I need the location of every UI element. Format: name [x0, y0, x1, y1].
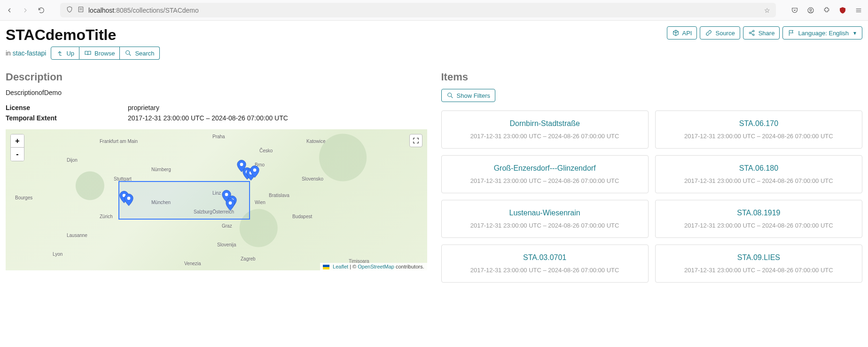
menu-icon[interactable] [854, 6, 863, 15]
item-dates: 2017-12-31 23:00:00 UTC – 2024-08-26 07:… [447, 222, 642, 229]
zoom-out-button[interactable]: - [11, 148, 24, 161]
item-title: STA.06.170 [661, 119, 856, 128]
fullscreen-button[interactable] [409, 134, 422, 147]
item-card[interactable]: STA.03.07012017-12-31 23:00:00 UTC – 202… [441, 244, 649, 283]
item-card[interactable]: Groß-Enzersdorf---Glinzendorf2017-12-31 … [441, 155, 649, 193]
map-city-label: Frankfurt am Main [100, 139, 138, 144]
chevron-down-icon: ▼ [852, 31, 857, 36]
item-title: Groß-Enzersdorf---Glinzendorf [447, 164, 642, 173]
item-card[interactable]: STA.08.19192017-12-31 23:00:00 UTC – 202… [655, 200, 862, 238]
map-city-label: Zagreb [241, 256, 256, 261]
search-button[interactable]: Search [120, 47, 159, 60]
items-heading: Items [441, 71, 863, 83]
map-attribution: Leaflet | © OpenStreetMap contributors. [320, 263, 427, 270]
search-icon [446, 92, 454, 99]
extensions-icon[interactable] [822, 6, 831, 15]
item-card[interactable]: Lustenau-Wiesenrain2017-12-31 23:00:00 U… [441, 200, 649, 238]
map-marker[interactable] [124, 193, 133, 206]
share-button[interactable]: Share [743, 26, 780, 39]
item-title: Lustenau-Wiesenrain [447, 209, 642, 217]
svg-rect-0 [78, 7, 83, 12]
book-icon [84, 49, 92, 57]
map-city-label: Bourges [15, 195, 32, 200]
url-path: /collections/STACdemo [131, 7, 198, 14]
show-filters-label: Show Filters [457, 92, 491, 99]
license-label: License [6, 104, 128, 111]
license-value: proprietary [128, 104, 427, 111]
ukraine-flag-icon [323, 265, 329, 269]
share-icon [748, 29, 756, 37]
item-card[interactable]: STA.06.1702017-12-31 23:00:00 UTC – 2024… [655, 110, 862, 149]
item-title: Dornbirn-Stadtstraße [447, 119, 642, 128]
forward-icon[interactable] [21, 6, 30, 15]
source-button[interactable]: Source [700, 26, 740, 39]
bookmark-star-icon[interactable]: ☆ [764, 7, 770, 14]
link-icon [705, 29, 712, 37]
svg-point-15 [127, 197, 131, 200]
item-card[interactable]: STA.06.1802017-12-31 23:00:00 UTC – 2024… [655, 155, 862, 193]
account-icon[interactable] [806, 6, 815, 15]
map-city-label: Zürich [100, 214, 113, 219]
map-city-label: Venezia [184, 261, 201, 266]
api-button[interactable]: API [667, 26, 697, 39]
back-icon[interactable] [5, 6, 14, 15]
item-dates: 2017-12-31 23:00:00 UTC – 2024-08-26 07:… [447, 267, 642, 274]
browser-toolbar: localhost:8085/collections/STACdemo ☆ [0, 0, 868, 21]
map-city-label: Katowice [306, 139, 326, 144]
page-icon [77, 6, 85, 15]
browse-label: Browse [94, 50, 115, 57]
item-card[interactable]: STA.09.LIES2017-12-31 23:00:00 UTC – 202… [655, 244, 862, 283]
up-icon [56, 49, 63, 57]
map-city-label: Dijon [67, 158, 78, 163]
item-dates: 2017-12-31 23:00:00 UTC – 2024-08-26 07:… [661, 133, 856, 140]
osm-link[interactable]: OpenStreetMap [358, 264, 394, 269]
map-city-label: Nürnberg [151, 167, 171, 172]
pocket-icon[interactable] [790, 6, 799, 15]
description-text: DescriptionofDemo [6, 89, 427, 96]
item-dates: 2017-12-31 23:00:00 UTC – 2024-08-26 07:… [447, 133, 642, 140]
reload-icon[interactable] [37, 6, 46, 15]
svg-point-10 [253, 168, 257, 172]
show-filters-button[interactable]: Show Filters [441, 89, 496, 102]
temporal-label: Temporal Extent [6, 114, 128, 122]
ublock-icon[interactable] [838, 6, 847, 15]
map-city-label: Slovensko [302, 176, 323, 181]
map-city-label: Česko [259, 148, 273, 153]
fullscreen-icon [412, 137, 420, 144]
item-card[interactable]: Dornbirn-Stadtstraße2017-12-31 23:00:00 … [441, 110, 649, 149]
search-label: Search [135, 50, 154, 57]
svg-point-2 [810, 8, 812, 10]
map-city-label: Praha [212, 134, 225, 139]
leaflet-link[interactable]: Leaflet [333, 264, 348, 269]
map-city-label: Budapest [292, 214, 312, 219]
map-city-label: Wien [255, 200, 266, 205]
item-title: STA.09.LIES [661, 253, 856, 262]
svg-point-13 [229, 201, 232, 205]
language-button[interactable]: Language: English ▼ [782, 26, 862, 39]
url-port: :8085 [114, 7, 131, 14]
map-marker[interactable] [250, 165, 259, 178]
temporal-value: 2017-12-31 23:00:00 UTC – 2024-08-26 07:… [128, 114, 427, 122]
item-title: STA.03.0701 [447, 253, 642, 262]
map-city-label: Graz [222, 223, 232, 229]
svg-point-7 [240, 163, 243, 166]
language-label: Language: English [798, 30, 849, 37]
cube-icon [672, 29, 680, 37]
item-dates: 2017-12-31 23:00:00 UTC – 2024-08-26 07:… [447, 177, 642, 184]
description-heading: Description [6, 71, 427, 83]
zoom-in-button[interactable]: + [11, 134, 24, 148]
browse-button[interactable]: Browse [79, 47, 120, 60]
source-label: Source [715, 30, 735, 37]
svg-point-3 [126, 51, 130, 55]
parent-prefix: in [6, 49, 13, 57]
map-city-label: Lyon [53, 252, 63, 257]
item-title: STA.08.1919 [661, 209, 856, 217]
url-bar[interactable]: localhost:8085/collections/STACdemo ☆ [60, 3, 776, 17]
item-dates: 2017-12-31 23:00:00 UTC – 2024-08-26 07:… [661, 177, 856, 184]
flag-icon [788, 29, 795, 37]
map[interactable]: BourgesDijonLyonLausanneZürichMünchenPra… [6, 129, 427, 270]
parent-link[interactable]: stac-fastapi [13, 49, 47, 57]
map-marker[interactable] [226, 198, 235, 211]
search-icon [125, 49, 132, 57]
up-button[interactable]: Up [51, 47, 79, 60]
